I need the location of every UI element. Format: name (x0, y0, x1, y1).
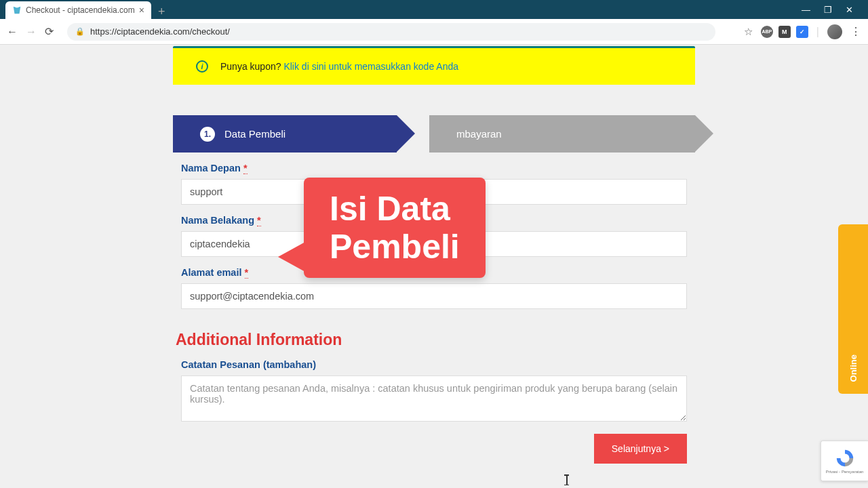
browser-tab-bar: Checkout - ciptacendekia.com × + — ❐ ✕ (0, 0, 868, 19)
coupon-text: Punya kupon? Klik di sini untuk memasukk… (220, 61, 458, 72)
tab-title: Checkout - ciptacendekia.com (26, 5, 135, 15)
maximize-icon[interactable]: ❐ (824, 5, 832, 15)
minimize-icon[interactable]: — (802, 5, 810, 15)
email-input[interactable] (181, 283, 687, 309)
page-content: i Punya kupon? Klik di sini untuk memasu… (0, 45, 868, 488)
online-label: Online (848, 354, 859, 382)
additional-info-title: Additional Information (176, 331, 687, 349)
recaptcha-icon (835, 448, 855, 468)
url-input[interactable]: 🔒 https://ciptacendekia.com/checkout/ (67, 23, 715, 41)
info-icon: i (196, 60, 208, 73)
coupon-banner: i Punya kupon? Klik di sini untuk memasu… (173, 48, 695, 85)
address-bar: ← → ⟳ 🔒 https://ciptacendekia.com/checko… (0, 19, 868, 45)
forward-icon[interactable]: → (26, 26, 37, 38)
order-notes-label: Catatan Pesanan (tambahan) (181, 359, 687, 370)
profile-avatar[interactable] (827, 24, 842, 39)
extension-icons: ABP M ✓ (761, 26, 808, 38)
m-extension-icon[interactable]: M (778, 26, 791, 38)
browser-tab[interactable]: Checkout - ciptacendekia.com × (5, 1, 151, 19)
abp-extension-icon[interactable]: ABP (761, 26, 773, 38)
url-text: https://ciptacendekia.com/checkout/ (90, 26, 230, 37)
step-label: mbayaran (456, 128, 502, 140)
bookmark-star-icon[interactable]: ☆ (744, 26, 753, 38)
new-tab-button[interactable]: + (151, 5, 172, 19)
tab-favicon-icon (12, 5, 22, 15)
recaptcha-badge[interactable]: Privasi - Persyaratan (821, 441, 868, 481)
step-label: Data Pembeli (224, 128, 285, 140)
window-controls: — ❐ ✕ (792, 0, 863, 19)
step-data-pembeli[interactable]: 1. Data Pembeli (173, 115, 397, 152)
close-tab-icon[interactable]: × (139, 5, 144, 16)
callout-line2: Pembeli (330, 228, 460, 266)
instruction-callout: Isi Data Pembeli (304, 178, 486, 278)
online-chat-tab[interactable]: Online (838, 224, 868, 394)
back-icon[interactable]: ← (7, 26, 18, 38)
coupon-prompt: Punya kupon? (220, 61, 283, 72)
step-pembayaran[interactable]: mbayaran (429, 115, 695, 152)
step-number: 1. (200, 127, 215, 142)
browser-menu-icon[interactable]: ⋮ (850, 25, 861, 38)
text-cursor-icon (566, 474, 568, 485)
check-extension-icon[interactable]: ✓ (796, 26, 808, 38)
callout-line1: Isi Data (330, 190, 460, 228)
order-notes-textarea[interactable] (181, 375, 687, 422)
checkout-steps: 1. Data Pembeli mbayaran (173, 115, 695, 152)
close-window-icon[interactable]: ✕ (846, 5, 853, 15)
recaptcha-privacy: Privasi - Persyaratan (826, 470, 864, 474)
lock-icon: 🔒 (75, 27, 85, 36)
reload-icon[interactable]: ⟳ (45, 25, 54, 38)
first-name-label: Nama Depan * (181, 163, 687, 174)
next-button[interactable]: Selanjutnya > (594, 434, 687, 464)
coupon-link[interactable]: Klik di sini untuk memasukkan kode Anda (283, 61, 458, 72)
